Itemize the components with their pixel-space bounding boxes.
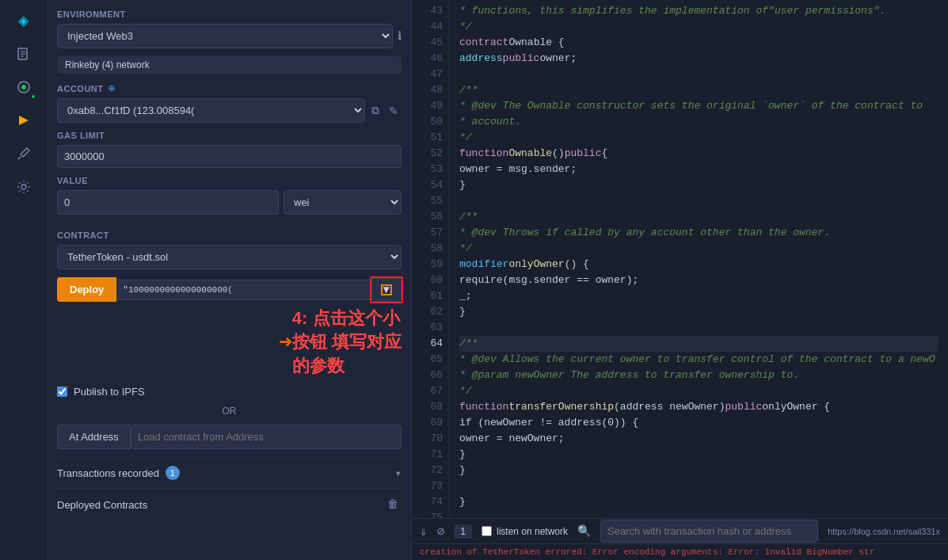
- url-text: https://blog.csdn.net/sail331x: [828, 527, 940, 536]
- code-line: */: [459, 383, 938, 399]
- code-line: }: [459, 304, 938, 320]
- contract-select[interactable]: TetherToken - usdt.sol: [57, 245, 402, 269]
- network-badge: Rinkeby (4) network: [57, 56, 402, 74]
- at-address-row: At Address: [57, 425, 402, 449]
- account-select[interactable]: 0xab8...Cf1fD (123.008594(: [57, 98, 365, 123]
- code-content[interactable]: * functions, this simplifies the impleme…: [450, 0, 948, 518]
- transactions-label: Transactions recorded: [57, 467, 159, 479]
- code-line: * account.: [459, 114, 938, 130]
- deployed-contracts-row: Deployed Contracts 🗑: [57, 488, 402, 520]
- listen-checkbox-row: listen on network: [482, 526, 568, 537]
- deploy-icon[interactable]: [10, 106, 38, 135]
- deploy-row: Deploy "1000000000000000000( ▼: [57, 277, 402, 302]
- error-bar: creation of TetherToken errored: Error e…: [412, 543, 948, 560]
- code-line: modifier onlyOwner() {: [459, 257, 938, 272]
- code-line: * @dev The Ownable constructor sets the …: [459, 98, 938, 114]
- code-line: owner = msg.sender;: [459, 162, 938, 177]
- listen-label: listen on network: [497, 526, 568, 537]
- code-line: [459, 193, 938, 209]
- expand-params-button[interactable]: ▼: [372, 278, 402, 302]
- at-address-button[interactable]: At Address: [57, 425, 131, 449]
- transactions-row: Transactions recorded 1 ▾: [57, 457, 402, 488]
- gas-limit-input[interactable]: 3000000: [57, 145, 402, 168]
- code-line: /**: [459, 209, 938, 225]
- publish-ipfs-label: Publish to IPFS: [74, 386, 145, 398]
- bottom-stop-icon[interactable]: ⊘: [437, 524, 445, 539]
- search-input[interactable]: [600, 520, 818, 543]
- code-line: }: [459, 494, 938, 510]
- listen-checkbox[interactable]: [482, 526, 492, 536]
- tools-icon[interactable]: [10, 139, 38, 168]
- arrow-icon: ➜: [279, 329, 292, 356]
- code-line: [459, 510, 938, 518]
- at-address-input[interactable]: [131, 425, 402, 449]
- code-line: * @dev Allows the current owner to trans…: [459, 352, 938, 368]
- environment-select[interactable]: Injected Web3 JavaScript VM Web3 Provide…: [57, 24, 393, 48]
- deployed-contracts-label: Deployed Contracts: [57, 499, 147, 511]
- publish-ipfs-checkbox[interactable]: [57, 387, 67, 397]
- code-line: }: [459, 463, 938, 478]
- code-line: /**: [459, 336, 938, 352]
- code-line: function transferOwnership(address newOw…: [459, 399, 938, 415]
- value-label: VALUE: [57, 176, 402, 185]
- code-editor: 4344454647484950515253545556575859606162…: [412, 0, 948, 560]
- code-line: */: [459, 241, 938, 257]
- value-unit-select[interactable]: wei gwei finney ether: [284, 190, 402, 215]
- svg-point-5: [21, 85, 26, 90]
- svg-marker-6: [19, 116, 29, 125]
- code-line: function Ownable() public {: [459, 146, 938, 162]
- copy-account-button[interactable]: ⧉: [368, 101, 383, 120]
- svg-point-8: [21, 185, 26, 189]
- edit-account-button[interactable]: ✎: [386, 101, 402, 120]
- bottom-bar: ⇓ ⊘ 1 listen on network 🔍 https://blog.c…: [412, 518, 948, 543]
- code-line: require(msg.sender == owner);: [459, 272, 938, 288]
- code-line: */: [459, 130, 938, 146]
- logo-icon[interactable]: ◈: [10, 6, 38, 35]
- code-line: [459, 67, 938, 82]
- code-line: contract Ownable {: [459, 35, 938, 51]
- code-line: * @dev Throws if called by any account o…: [459, 225, 938, 241]
- line-numbers: 4344454647484950515253545556575859606162…: [412, 0, 450, 518]
- compile-icon[interactable]: [10, 73, 38, 101]
- deploy-panel: ENVIRONMENT Injected Web3 JavaScript VM …: [48, 0, 412, 560]
- files-icon[interactable]: [10, 40, 38, 68]
- code-area: 4344454647484950515253545556575859606162…: [412, 0, 948, 518]
- transactions-badge: 1: [166, 466, 180, 480]
- account-label: ACCOUNT: [57, 84, 104, 93]
- transaction-count-badge: 1: [454, 524, 472, 539]
- code-line: _;: [459, 288, 938, 304]
- code-line: [459, 478, 938, 494]
- code-line: owner = newOwner;: [459, 431, 938, 447]
- code-line: /**: [459, 82, 938, 98]
- code-line: * functions, this simplifies the impleme…: [459, 3, 938, 19]
- code-line: }: [459, 447, 938, 463]
- transactions-expand-icon[interactable]: ▾: [395, 467, 402, 480]
- code-line: }: [459, 177, 938, 193]
- settings-icon[interactable]: [10, 173, 38, 201]
- code-line: if (newOwner != address(0)) {: [459, 415, 938, 431]
- add-account-icon[interactable]: ⊕: [109, 82, 115, 95]
- sidebar: ◈: [0, 0, 48, 560]
- value-input[interactable]: 0: [57, 190, 279, 215]
- gas-limit-label: GAS LIMIT: [57, 131, 402, 140]
- environment-info-icon[interactable]: ℹ: [398, 29, 402, 43]
- deploy-button[interactable]: Deploy: [57, 277, 116, 302]
- deploy-params: "1000000000000000000(: [116, 280, 371, 300]
- annotation-text: 4: 点击这个小按钮 填写对应的参数: [292, 307, 402, 378]
- environment-label: ENVIRONMENT: [57, 10, 402, 19]
- code-line: */: [459, 19, 938, 35]
- search-icon[interactable]: 🔍: [577, 524, 591, 538]
- code-line: * @param newOwner The address to transfe…: [459, 368, 938, 383]
- contract-label: CONTRACT: [57, 230, 402, 240]
- svg-line-7: [18, 157, 21, 159]
- code-line: [459, 320, 938, 336]
- or-divider: OR: [57, 406, 402, 417]
- deployed-contracts-trash-icon[interactable]: 🗑: [384, 495, 402, 514]
- code-line: address public owner;: [459, 51, 938, 67]
- bottom-debug-icon[interactable]: ⇓: [420, 524, 428, 539]
